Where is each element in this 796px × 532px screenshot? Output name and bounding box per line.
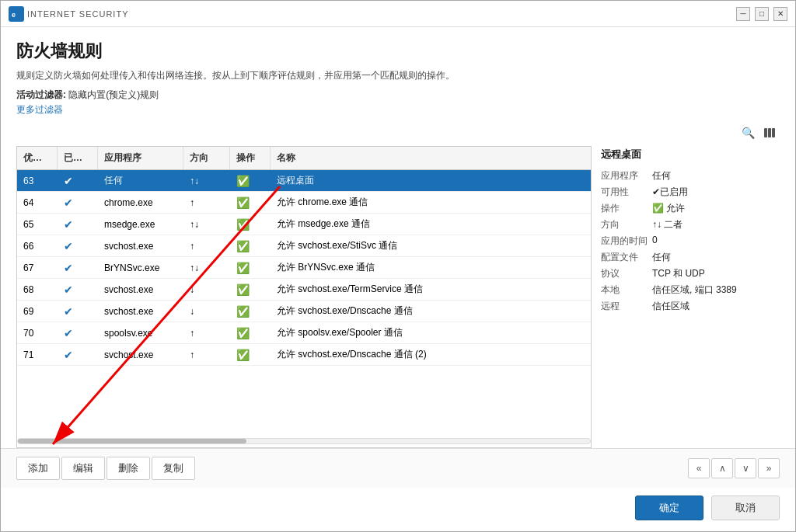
- td-action: ✅: [230, 301, 271, 322]
- filter-value: 隐藏内置(预定义)规则: [68, 89, 159, 100]
- table-row[interactable]: 71 ✔ svchost.exe ↑ ✅ 允许 svchost.exe/Dnsc…: [17, 344, 591, 366]
- add-button[interactable]: 添加: [16, 457, 60, 480]
- detail-field-value: ✔已启用: [652, 186, 780, 199]
- td-action: ✅: [230, 280, 271, 300]
- td-direction: ↑↓: [183, 215, 230, 234]
- edit-button[interactable]: 编辑: [61, 457, 105, 480]
- detail-field-label: 方向: [601, 218, 648, 231]
- detail-field-label: 本地: [601, 283, 648, 297]
- td-action: ✅: [230, 214, 271, 235]
- detail-grid: 应用程序任何可用性✔已启用操作✅ 允许方向↑↓ 二者应用的时间0配置文件任何协议…: [601, 169, 780, 313]
- filter-line: 活动过滤器: 隐藏内置(预定义)规则: [16, 89, 780, 102]
- copy-button[interactable]: 复制: [152, 457, 195, 480]
- nav-up-button[interactable]: ∧: [711, 458, 733, 478]
- table-row[interactable]: 66 ✔ svchost.exe ↑ ✅ 允许 svchost.exe/StiS…: [17, 235, 591, 257]
- td-app: BrYNSvc.exe: [98, 259, 183, 277]
- cancel-button[interactable]: 取消: [711, 495, 780, 520]
- table-row[interactable]: 67 ✔ BrYNSvc.exe ↑↓ ✅ 允许 BrYNSvc.exe 通信: [17, 257, 591, 279]
- search-button[interactable]: 🔍: [739, 124, 756, 141]
- page-title: 防火墙规则: [16, 40, 780, 63]
- search-bar: 🔍: [16, 124, 780, 141]
- td-app: svchost.exe: [98, 302, 183, 321]
- td-direction: ↑: [183, 237, 230, 256]
- table-row[interactable]: 69 ✔ svchost.exe ↓ ✅ 允许 svchost.exe/Dnsc…: [17, 301, 591, 322]
- enabled-check-icon: ✔: [64, 196, 73, 209]
- title-bar-left: e INTERNET SECURITY: [9, 6, 128, 22]
- td-direction: ↑: [183, 324, 230, 342]
- main-area: 优先级 已启用 应用程序 方向 操作 名称 63 ✔ 任何 ↑↓ ✅ 远程桌面 …: [16, 146, 780, 448]
- close-button[interactable]: ✕: [773, 7, 787, 21]
- table-row[interactable]: 64 ✔ chrome.exe ↑ ✅ 允许 chrome.exe 通信: [17, 192, 591, 214]
- app-title: INTERNET SECURITY: [27, 9, 128, 19]
- td-priority: 71: [17, 346, 58, 364]
- td-enabled: ✔: [58, 193, 98, 213]
- td-enabled: ✔: [58, 236, 98, 256]
- detail-field-label: 配置文件: [601, 251, 648, 264]
- restore-button[interactable]: □: [755, 7, 769, 21]
- nav-first-button[interactable]: «: [688, 458, 710, 478]
- table-row[interactable]: 65 ✔ msedge.exe ↑↓ ✅ 允许 msedge.exe 通信: [17, 214, 591, 235]
- scrollbar-track[interactable]: [17, 438, 591, 444]
- table-row[interactable]: 68 ✔ svchost.exe ↓ ✅ 允许 svchost.exe/Term…: [17, 279, 591, 301]
- td-direction: ↑: [183, 346, 230, 364]
- nav-down-button[interactable]: ∨: [735, 458, 756, 478]
- scrollbar-thumb[interactable]: [18, 439, 246, 443]
- td-app: chrome.exe: [98, 193, 183, 212]
- th-direction: 方向: [183, 147, 230, 169]
- td-direction: ↓: [183, 280, 230, 299]
- td-app: svchost.exe: [98, 280, 183, 299]
- td-name: 允许 svchost.exe/TermService 通信: [271, 279, 591, 300]
- enabled-check-icon: ✔: [64, 305, 73, 318]
- nav-last-button[interactable]: »: [758, 458, 780, 478]
- svg-rect-4: [772, 128, 775, 137]
- columns-button[interactable]: [761, 124, 778, 141]
- enabled-check-icon: ✔: [64, 327, 73, 339]
- enabled-check-icon: ✔: [64, 349, 73, 361]
- action-allow-icon: ✅: [236, 305, 250, 318]
- td-enabled: ✔: [58, 214, 98, 235]
- table-body[interactable]: 63 ✔ 任何 ↑↓ ✅ 远程桌面 64 ✔ chrome.exe ↑ ✅ 允许…: [17, 170, 591, 435]
- td-enabled: ✔: [58, 301, 98, 322]
- td-direction: ↑↓: [183, 172, 230, 190]
- td-app: 任何: [98, 170, 183, 191]
- td-app: msedge.exe: [98, 215, 183, 234]
- td-enabled: ✔: [58, 258, 98, 278]
- td-action: ✅: [230, 236, 271, 256]
- td-priority: 69: [17, 302, 58, 321]
- footer-buttons: 确定 取消: [1, 488, 795, 531]
- td-name: 允许 spoolsv.exe/Spooler 通信: [271, 322, 591, 343]
- delete-button[interactable]: 删除: [106, 457, 150, 480]
- more-filters-link[interactable]: 更多过滤器: [16, 103, 780, 116]
- td-priority: 65: [17, 215, 58, 234]
- td-action: ✅: [230, 258, 271, 278]
- detail-field-label: 操作: [601, 202, 648, 215]
- minimize-button[interactable]: ─: [736, 7, 750, 21]
- td-enabled: ✔: [58, 171, 98, 191]
- td-app: svchost.exe: [98, 346, 183, 364]
- td-action: ✅: [230, 193, 271, 213]
- page-description: 规则定义防火墙如何处理传入和传出网络连接。按从上到下顺序评估规则，并应用第一个匹…: [16, 69, 780, 82]
- confirm-button[interactable]: 确定: [635, 495, 703, 520]
- action-allow-icon: ✅: [236, 218, 250, 231]
- eset-logo: e INTERNET SECURITY: [9, 6, 128, 22]
- bottom-bar: 添加 编辑 删除 复制 « ∧ ∨ »: [1, 448, 795, 488]
- svg-rect-3: [768, 128, 771, 137]
- action-allow-icon: ✅: [236, 175, 250, 187]
- detail-field-value: TCP 和 UDP: [652, 267, 780, 280]
- detail-field-label: 应用程序: [601, 169, 648, 183]
- td-action: ✅: [230, 345, 271, 365]
- table-row[interactable]: 63 ✔ 任何 ↑↓ ✅ 远程桌面: [17, 170, 591, 192]
- table-header: 优先级 已启用 应用程序 方向 操作 名称: [17, 147, 591, 170]
- svg-text:e: e: [12, 11, 16, 19]
- detail-field-label: 协议: [601, 267, 648, 280]
- td-direction: ↓: [183, 302, 230, 321]
- scrollbar[interactable]: [17, 435, 591, 447]
- action-buttons: 添加 编辑 删除 复制: [16, 457, 195, 480]
- action-allow-icon: ✅: [236, 196, 250, 209]
- filter-label: 活动过滤器:: [16, 89, 66, 100]
- td-app: svchost.exe: [98, 237, 183, 256]
- td-name: 允许 svchost.exe/Dnscache 通信: [271, 301, 591, 322]
- td-name: 远程桌面: [271, 170, 591, 191]
- table-row[interactable]: 70 ✔ spoolsv.exe ↑ ✅ 允许 spoolsv.exe/Spoo…: [17, 322, 591, 344]
- svg-rect-2: [764, 128, 767, 137]
